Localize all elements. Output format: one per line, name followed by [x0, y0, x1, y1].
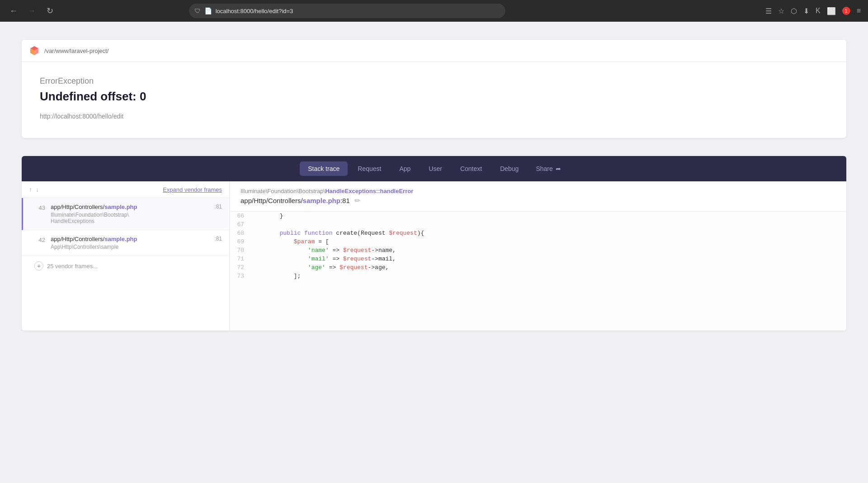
tab-request[interactable]: Request [349, 161, 389, 176]
code-line-68: 68 public function create(Request $reque… [230, 229, 846, 237]
code-line-67: 67 [230, 220, 846, 229]
sync-icon[interactable]: ⬜ [827, 7, 836, 15]
code-line-71: 71 'mail' => $request->mail, [230, 255, 846, 263]
share-icon: ➦ [556, 165, 561, 172]
laravel-logo [29, 45, 40, 56]
stack-toolbar: ↑ ↓ Expand vendor frames [22, 181, 229, 198]
code-file-line: app/Http/Controllers/sample.php:81 ✏ [241, 196, 835, 205]
code-lines: 66 } 67 68 public function create(Reques… [230, 212, 846, 280]
tab-debug[interactable]: Debug [492, 161, 527, 176]
forward-button[interactable]: → [25, 5, 38, 17]
line-num-68: 68 [230, 230, 251, 237]
share-label: Share [536, 165, 552, 172]
line-num-72: 72 [230, 264, 251, 271]
code-file: app/Http/Controllers/sample.php:81 [241, 197, 350, 204]
frame-info-43: app/Http/Controllers/sample.php Illumina… [51, 204, 209, 224]
code-namespace: Illuminate\Foundation\Bootstrap\HandleEx… [241, 188, 835, 194]
browser-actions: ☰ ☆ ⬡ ⬇ K ⬜ 1 ≡ [765, 7, 861, 15]
vendor-frames: + 25 vendor frames... [22, 256, 229, 276]
notification-badge[interactable]: 1 [842, 7, 850, 15]
line-num-69: 69 [230, 238, 251, 245]
pocket-icon[interactable]: ⬡ [791, 7, 797, 15]
error-message: Undefined offset: 0 [40, 90, 828, 104]
line-code-66: } [251, 213, 283, 219]
line-code-68: public function create(Request $request)… [251, 230, 424, 237]
reload-button[interactable]: ↻ [43, 5, 56, 17]
menu-icon[interactable]: ≡ [857, 7, 861, 15]
project-path: /var/www/laravel-project/ [44, 47, 108, 54]
frame-number-42: 42 [34, 236, 45, 243]
code-line-69: 69 $param = [ [230, 237, 846, 246]
stack-content: ↑ ↓ Expand vendor frames 43 app/Http/Con… [22, 181, 846, 331]
arrow-down-icon[interactable]: ↓ [36, 186, 39, 193]
code-view: Illuminate\Foundation\Bootstrap\HandleEx… [230, 181, 846, 331]
code-line-70: 70 'name' => $request->name, [230, 246, 846, 255]
frame-file-43: app/Http/Controllers/sample.php [51, 204, 209, 210]
bookmark-icon[interactable]: ☆ [778, 7, 784, 15]
line-code-70: 'name' => $request->name, [251, 247, 396, 254]
line-code-72: 'age' => $request->age, [251, 264, 389, 271]
back-button[interactable]: ← [7, 5, 20, 17]
code-line-72: 72 'age' => $request->age, [230, 263, 846, 272]
error-card: /var/www/laravel-project/ ErrorException… [22, 40, 846, 138]
code-line-66: 66 } [230, 212, 846, 220]
stack-arrows: ↑ ↓ [29, 186, 39, 193]
line-num-73: 73 [230, 273, 251, 279]
stack-frame-list: ↑ ↓ Expand vendor frames 43 app/Http/Con… [22, 181, 230, 331]
tab-app[interactable]: App [391, 161, 419, 176]
shield-icon: 🛡 [194, 7, 201, 14]
line-num-71: 71 [230, 256, 251, 262]
frame-info-42: app/Http/Controllers/sample.php App\Http… [51, 236, 209, 250]
tab-user[interactable]: User [420, 161, 450, 176]
url-text: localhost:8000/hello/edit?id=3 [216, 8, 293, 14]
frame-class-42: App\Http\Controllers\sample [51, 244, 209, 250]
vendor-expand-plus[interactable]: + [34, 261, 43, 270]
expand-vendor-button[interactable]: Expand vendor frames [163, 186, 222, 193]
debug-panel: Stack trace Request App User Context Deb… [22, 156, 846, 331]
share-button[interactable]: Share ➦ [528, 161, 568, 176]
stack-frame-42[interactable]: 42 app/Http/Controllers/sample.php App\H… [22, 230, 229, 256]
line-code-67 [251, 221, 255, 228]
address-bar[interactable]: 🛡 📄 localhost:8000/hello/edit?id=3 [189, 4, 505, 18]
frame-file-42: app/Http/Controllers/sample.php [51, 236, 209, 242]
error-type: ErrorException [40, 76, 828, 86]
frame-line-42: :81 [214, 236, 222, 242]
frame-number-43: 43 [34, 204, 45, 211]
arrow-up-icon[interactable]: ↑ [29, 186, 32, 193]
page-content: /var/www/laravel-project/ ErrorException… [0, 22, 868, 349]
reader-icon[interactable]: ☰ [765, 7, 772, 15]
frame-class-43: Illuminate\Foundation\Bootstrap\HandleEx… [51, 212, 209, 224]
line-code-69: $param = [ [251, 238, 329, 245]
line-num-66: 66 [230, 213, 251, 219]
tab-stack-trace[interactable]: Stack trace [300, 161, 348, 176]
code-line-73: 73 ]; [230, 272, 846, 280]
vendor-frames-text: 25 vendor frames... [47, 263, 98, 270]
page-icon: 📄 [204, 7, 212, 14]
line-num-67: 67 [230, 221, 251, 228]
browser-chrome: ← → ↻ 🛡 📄 localhost:8000/hello/edit?id=3… [0, 0, 868, 22]
frame-line-43: :81 [214, 204, 222, 210]
debug-tabs: Stack trace Request App User Context Deb… [22, 156, 846, 181]
tab-context[interactable]: Context [452, 161, 490, 176]
error-path-bar: /var/www/laravel-project/ [22, 40, 846, 62]
line-code-73: ]; [251, 273, 301, 279]
line-num-70: 70 [230, 247, 251, 254]
profile-icon[interactable]: K [816, 7, 821, 15]
code-header: Illuminate\Foundation\Bootstrap\HandleEx… [230, 181, 846, 212]
edit-icon[interactable]: ✏ [354, 196, 360, 205]
stack-frame-43[interactable]: 43 app/Http/Controllers/sample.php Illum… [22, 198, 229, 230]
download-icon[interactable]: ⬇ [803, 7, 809, 15]
error-url: http://localhost:8000/hello/edit [40, 113, 828, 120]
line-code-71: 'mail' => $request->mail, [251, 256, 396, 262]
